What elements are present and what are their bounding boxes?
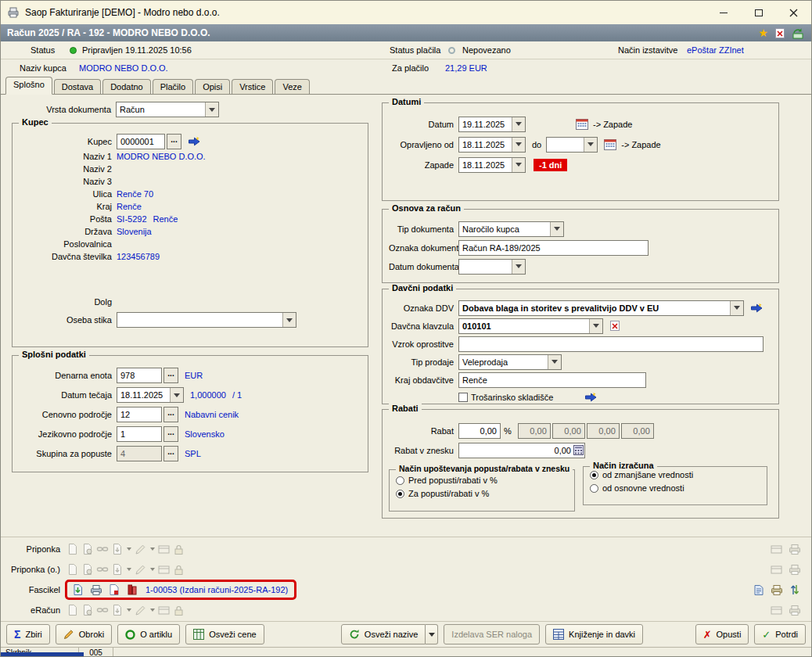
vzrok-input[interactable] [458, 336, 763, 352]
kupec-drill-icon[interactable] [188, 136, 201, 147]
import-dropdown-arrow[interactable] [124, 542, 133, 557]
fascikel-sync-icon[interactable] [787, 583, 802, 598]
card-icon[interactable] [156, 603, 171, 618]
chevron-down-icon[interactable] [512, 260, 525, 274]
edit-dropdown-arrow[interactable] [148, 542, 156, 557]
close-button[interactable] [776, 1, 811, 24]
datum-combo[interactable]: 19.11.2025 [458, 117, 526, 132]
print-attachment-icon[interactable] [787, 562, 802, 577]
scan-attachment-icon[interactable] [80, 562, 95, 577]
card-icon[interactable] [156, 562, 171, 577]
tab-splosno[interactable]: Splošno [5, 77, 52, 95]
calendar-icon[interactable] [576, 118, 588, 130]
tip-prodaje-combo[interactable]: Veleprodaja [458, 354, 562, 370]
link-attachment-icon[interactable] [95, 603, 110, 618]
new-attachment-icon[interactable] [65, 542, 80, 557]
calendar-icon[interactable] [604, 138, 616, 150]
rabat-input[interactable]: 0,00 [458, 423, 501, 439]
zapade-combo[interactable]: 18.11.2025 [458, 157, 526, 173]
ulica-value[interactable]: Renče 70 [117, 189, 153, 199]
chevron-down-icon[interactable] [550, 222, 563, 236]
popusti-lookup-button[interactable]: ... [163, 446, 178, 461]
kupec-lookup-button[interactable]: ... [167, 134, 181, 149]
oznaka-ddv-combo[interactable]: Dobava blaga in storitev s prevalitvijo … [458, 300, 744, 316]
chevron-down-icon[interactable] [282, 313, 296, 327]
potrdi-button[interactable]: ✓ Potrdi [754, 624, 806, 644]
customer-name-link[interactable]: MODRO NEBO D.O.O. [79, 63, 168, 73]
edit-attachment-icon[interactable] [133, 603, 148, 618]
minimize-button[interactable] [706, 1, 741, 24]
zapade-link[interactable]: -> Zapade [593, 120, 632, 129]
edit-attachment-icon[interactable] [133, 562, 148, 577]
edit-attachment-icon[interactable] [133, 542, 148, 557]
chevron-down-icon[interactable] [512, 138, 525, 152]
pred-popusti-radio[interactable] [396, 476, 404, 485]
edit-dropdown-arrow[interactable] [148, 562, 156, 577]
chevron-down-icon[interactable] [512, 117, 525, 131]
favorite-star-icon[interactable]: ★ [758, 27, 768, 38]
fascikel-print-icon[interactable] [88, 583, 103, 598]
lock-icon[interactable] [171, 603, 186, 618]
eregistrator-icon[interactable] [792, 27, 805, 39]
fascikel-archive-icon[interactable] [124, 583, 139, 598]
jezik-lookup-button[interactable]: ... [163, 426, 178, 442]
rabat-znesek-input[interactable]: 0,00 [458, 443, 585, 458]
tab-veze[interactable]: Veze [275, 79, 309, 94]
doc-delete-icon[interactable] [774, 27, 785, 39]
chevron-down-icon[interactable] [205, 102, 218, 117]
osvezi-nazive-dropdown[interactable] [426, 624, 438, 644]
import-dropdown-arrow[interactable] [124, 603, 133, 618]
import-dropdown-arrow[interactable] [124, 562, 133, 577]
fascikel-document-icon[interactable] [106, 583, 121, 598]
card-icon[interactable] [156, 542, 171, 557]
kraj-obdavcitve-input[interactable]: Renče [458, 372, 646, 388]
datum-dokumenta-combo[interactable] [458, 259, 526, 275]
tip-dokumenta-combo[interactable]: Naročilo kupca [458, 221, 564, 237]
zmanjsane-radio[interactable] [590, 471, 598, 479]
cenovno-name[interactable]: Nabavni cenik [185, 410, 239, 419]
cenovno-lookup-button[interactable]: ... [163, 407, 178, 422]
fascikel-link[interactable]: 1-00053 (Izdani računi-2025-RA-192) [146, 585, 288, 594]
opravljeno-do-combo[interactable] [546, 137, 598, 153]
lock-icon[interactable] [171, 562, 186, 577]
tab-dostava[interactable]: Dostava [54, 79, 101, 94]
klavzula-combo[interactable]: 010101 [458, 318, 603, 334]
new-attachment-icon[interactable] [65, 603, 80, 618]
kupec-code-input[interactable]: 0000001 [117, 134, 165, 149]
denarna-input[interactable]: 978 [117, 368, 162, 383]
edit-dropdown-arrow[interactable] [148, 603, 156, 618]
scan-attachment-icon[interactable] [80, 603, 95, 618]
chevron-down-icon[interactable] [170, 388, 183, 402]
fascikel-download-icon[interactable] [70, 583, 85, 598]
naziv1-value[interactable]: MODRO NEBO D.O.O. [117, 152, 206, 161]
tab-dodatno[interactable]: Dodatno [102, 79, 151, 94]
o-artiklu-button[interactable]: O artiklu [117, 624, 180, 644]
fascikel-print2-icon[interactable] [769, 583, 784, 598]
osnovne-radio[interactable] [590, 484, 598, 493]
za-popusti-radio[interactable] [396, 490, 404, 498]
chevron-down-icon[interactable] [730, 301, 743, 315]
klavzula-delete-icon[interactable] [609, 320, 620, 332]
link-attachment-icon[interactable] [95, 562, 110, 577]
lock-icon[interactable] [171, 542, 186, 557]
new-attachment-icon[interactable] [65, 562, 80, 577]
obroki-button[interactable]: Obroki [56, 624, 112, 644]
import-attachment-icon[interactable] [110, 603, 124, 618]
cenovno-input[interactable]: 12 [117, 407, 162, 422]
osvezi-nazive-button[interactable]: Osveži nazive [341, 624, 426, 644]
print-attachment-icon[interactable] [787, 542, 802, 557]
chevron-down-icon[interactable] [584, 138, 597, 152]
import-attachment-icon[interactable] [110, 542, 124, 557]
opusti-button[interactable]: ✗ Opusti [695, 624, 749, 644]
tab-placilo[interactable]: Plačilo [153, 79, 193, 94]
tab-vrstice[interactable]: Vrstice [232, 79, 273, 94]
zapade-link[interactable]: -> Zapade [621, 140, 660, 149]
posta-code-value[interactable]: SI-5292 [117, 214, 147, 224]
view-attachment-icon[interactable] [769, 603, 784, 618]
ddv-drill-icon[interactable] [750, 303, 763, 314]
import-attachment-icon[interactable] [110, 562, 124, 577]
oznaka-dokumenta-input[interactable]: Račun RA-189/2025 [458, 240, 649, 256]
tab-opisi[interactable]: Opisi [195, 79, 230, 94]
chevron-down-icon[interactable] [512, 158, 525, 172]
zbiri-button[interactable]: Σ Zbiri [6, 624, 50, 644]
